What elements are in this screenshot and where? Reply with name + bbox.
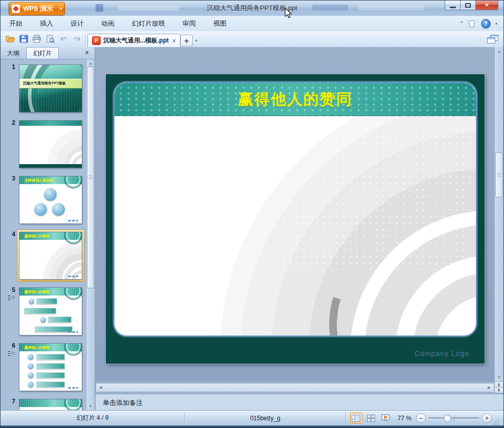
menu-item-design[interactable]: 设计 bbox=[62, 16, 93, 31]
scroll-up-icon[interactable]: ▲ bbox=[86, 59, 95, 67]
quick-access-toolbar: ▾ P 沉稳大气通用...模板.ppt × + ▾ bbox=[1, 31, 503, 48]
horizontal-scrollbar[interactable]: ◀ ▶ bbox=[96, 381, 494, 394]
application-window: 沉稳大气通用商务PPT模板.ppt WPS 演示 ▾ × 开始 插入 设计 动画… bbox=[0, 0, 504, 428]
thumbnail-list: 1沉稳大气通用商务PPT模板23怎样使别人喜欢你4赢得他人的赞同5☆赢得他人的赞… bbox=[1, 59, 86, 410]
slide-title[interactable]: 赢得他人的赞同 bbox=[114, 83, 476, 116]
menu-item-home[interactable]: 开始 bbox=[1, 16, 31, 31]
slide-thumbnail-row: 5☆赢得他人的赞同 bbox=[3, 285, 86, 337]
zoom-in-button[interactable]: + bbox=[482, 413, 492, 423]
thumbnail-preview: 赢得他人的赞同 bbox=[19, 232, 82, 279]
menu-bar: 开始 插入 设计 动画 幻灯片放映 审阅 视图 ˇ ? ▾ bbox=[1, 16, 503, 31]
new-tab-button[interactable]: + bbox=[180, 35, 193, 47]
print-button[interactable] bbox=[31, 33, 42, 44]
scrollbar-thumb[interactable] bbox=[495, 152, 503, 197]
collapse-ribbon-icon[interactable]: ˇ bbox=[461, 20, 463, 27]
company-logo-text[interactable]: Company Logo bbox=[415, 349, 469, 357]
window-controls: × bbox=[445, 1, 498, 10]
vertical-scrollbar[interactable]: ▲ ▼ bbox=[494, 47, 503, 381]
document-tab-label: 沉稳大气通用...模板.ppt bbox=[103, 36, 169, 45]
panel-scrollbar[interactable]: ▲ ▼ bbox=[86, 59, 95, 410]
slide-sorter-view-button[interactable] bbox=[365, 413, 377, 423]
thumbnail-gutter: 1 bbox=[3, 62, 17, 115]
save-button[interactable] bbox=[18, 33, 29, 44]
open-file-button[interactable] bbox=[5, 33, 16, 44]
slide-thumbnail[interactable]: 沉稳大气通用商务PPT模板 bbox=[17, 62, 84, 115]
slide-viewport: 赢得他人的赞同 Company Logo bbox=[96, 47, 494, 381]
undo-icon[interactable] bbox=[58, 33, 69, 44]
menu-item-review[interactable]: 审阅 bbox=[174, 16, 204, 31]
slide-thumbnail-row: 2 bbox=[3, 118, 86, 170]
background-window-artifact bbox=[358, 5, 425, 10]
normal-view-button[interactable] bbox=[350, 413, 362, 423]
user-name: 015betty_g bbox=[185, 415, 346, 422]
cascade-windows-icon[interactable] bbox=[487, 35, 498, 44]
menu-item-slideshow[interactable]: 幻灯片放映 bbox=[123, 16, 174, 31]
slide-title-band[interactable]: 赢得他人的赞同 bbox=[114, 83, 476, 116]
thumbnail-title-text: 沉稳大气通用商务PPT模板 bbox=[19, 79, 82, 87]
thumbnail-title-text: 赢得他人的赞同 bbox=[19, 344, 82, 351]
close-icon: × bbox=[485, 3, 489, 8]
chevron-down-icon[interactable]: ▾ bbox=[60, 6, 62, 11]
slide-thumbnail[interactable]: 赢得他人的赞同 bbox=[17, 230, 84, 282]
print-preview-button[interactable] bbox=[44, 33, 56, 44]
scrollbar-thumb[interactable] bbox=[87, 66, 94, 288]
scroll-down-icon[interactable]: ▼ bbox=[86, 402, 95, 410]
tab-slides[interactable]: 幻灯片 bbox=[26, 47, 59, 59]
background-window-artifact bbox=[96, 4, 103, 12]
chevron-down-icon[interactable]: ▾ bbox=[495, 21, 497, 26]
panel-close-icon[interactable]: × bbox=[83, 49, 90, 56]
slideshow-view-button[interactable] bbox=[380, 413, 392, 423]
slide-canvas[interactable]: 赢得他人的赞同 Company Logo bbox=[106, 74, 485, 364]
thumbnail-preview bbox=[19, 121, 82, 168]
menu-item-animation[interactable]: 动画 bbox=[93, 16, 123, 31]
new-tab-dropdown-icon[interactable]: ▾ bbox=[192, 36, 200, 46]
zoom-out-button[interactable]: − bbox=[416, 413, 426, 423]
slide-thumbnail[interactable] bbox=[17, 118, 84, 170]
window-resize-grip[interactable] bbox=[494, 415, 498, 421]
slide-thumbnail[interactable]: 赢得他人的赞同 bbox=[17, 285, 84, 337]
slide-number: 5 bbox=[3, 286, 15, 294]
menu-item-insert[interactable]: 插入 bbox=[31, 16, 62, 31]
slide-thumbnail[interactable]: 赢得他人的赞同 bbox=[17, 341, 84, 393]
slide-number: 6 bbox=[3, 342, 15, 349]
background-window-artifact bbox=[312, 5, 348, 10]
help-icon[interactable]: ? bbox=[481, 19, 491, 29]
zoom-slider-handle[interactable] bbox=[444, 415, 451, 422]
redo-icon[interactable] bbox=[71, 33, 82, 44]
main-editing-area: 赢得他人的赞同 Company Logo ▲ ▼ ◀ ▶ ▲▲ ▼▼ bbox=[96, 47, 503, 410]
slide-thumbnail-row: 4赢得他人的赞同 bbox=[3, 230, 86, 282]
scroll-right-icon[interactable]: ▶ bbox=[486, 384, 493, 392]
thumbnail-gutter: 2 bbox=[3, 118, 17, 170]
background-window-artifact bbox=[118, 6, 179, 11]
tab-outline[interactable]: 大纲 bbox=[1, 48, 26, 59]
zoom-slider[interactable] bbox=[428, 417, 479, 419]
menu-item-view[interactable]: 视图 bbox=[204, 16, 235, 31]
panel-tabs: 大纲 幻灯片 × bbox=[1, 47, 95, 59]
window-title: 沉稳大气通用商务PPT模板.ppt bbox=[1, 1, 503, 16]
scroll-left-icon[interactable]: ◀ bbox=[97, 384, 104, 392]
thumbnail-preview: 赢得他人的赞同 bbox=[19, 344, 82, 391]
slide-number: 1 bbox=[3, 63, 15, 71]
notes-pane[interactable]: 单击添加备注 bbox=[96, 394, 503, 410]
slide-thumbnail-row: 7 bbox=[3, 397, 86, 410]
minimize-icon bbox=[450, 7, 456, 8]
wps-menu-button[interactable]: WPS 演示 ▾ bbox=[9, 2, 65, 15]
slide-content-area[interactable]: 赢得他人的赞同 bbox=[113, 82, 477, 336]
next-slide-button[interactable]: ▼▼ bbox=[494, 387, 503, 393]
minimize-button[interactable] bbox=[445, 1, 460, 10]
document-tab[interactable]: P 沉稳大气通用...模板.ppt × bbox=[87, 34, 180, 47]
skin-theme-icon[interactable] bbox=[467, 20, 476, 28]
slide-thumbnail[interactable]: 怎样使别人喜欢你 bbox=[17, 174, 84, 226]
thumbnail-gutter: 4 bbox=[3, 230, 17, 282]
maximize-button[interactable] bbox=[460, 1, 475, 10]
status-bar: 幻灯片 4 / 9 015betty_g 77 % − + bbox=[1, 410, 503, 425]
zoom-level: 77 % bbox=[398, 415, 411, 422]
close-button[interactable]: × bbox=[475, 1, 498, 10]
scroll-down-icon[interactable]: ▼ bbox=[495, 373, 503, 381]
tab-close-icon[interactable]: × bbox=[172, 37, 176, 44]
thumbnail-preview bbox=[19, 399, 82, 410]
ppt-file-icon: P bbox=[92, 36, 101, 45]
slide-thumbnail[interactable] bbox=[17, 397, 84, 410]
scroll-up-icon[interactable]: ▲ bbox=[495, 48, 503, 55]
window-bottom-edge bbox=[1, 425, 503, 427]
